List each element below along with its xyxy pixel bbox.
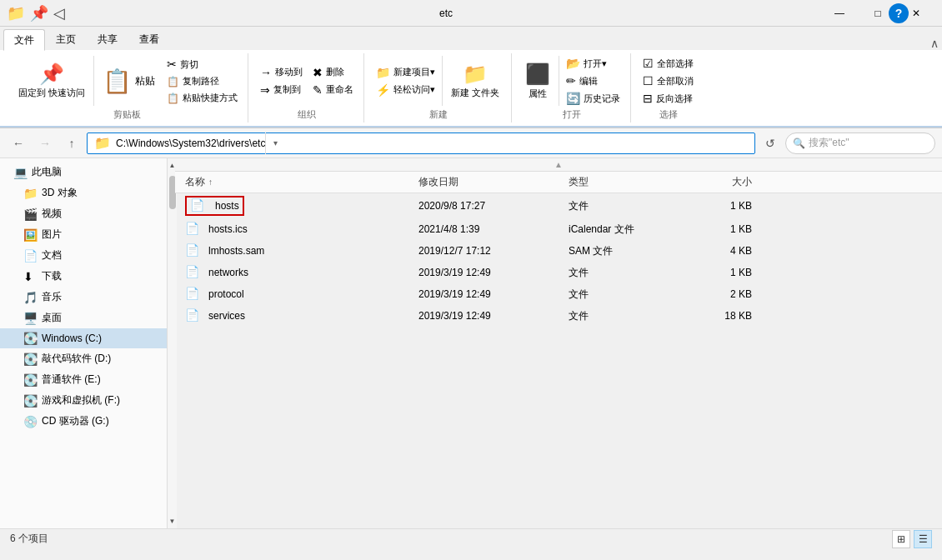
sidebar-item-2[interactable]: 🎬视频 bbox=[0, 203, 167, 224]
pin-to-quick-access-button[interactable]: 📌 固定到 快速访问 bbox=[13, 59, 90, 102]
main-content: 💻此电脑📁3D 对象🎬视频🖼️图片📄文档⬇下载🎵音乐🖥️桌面💽Windows (… bbox=[0, 158, 942, 528]
file-size-3: 1 KB bbox=[685, 267, 752, 278]
sidebar-item-11[interactable]: 💽游戏和虚拟机 (F:) bbox=[0, 390, 167, 411]
file-name-2: 📄 lmhosts.sam bbox=[185, 243, 418, 258]
file-list-scroll-up[interactable]: ▲ bbox=[175, 158, 942, 172]
copy-path-button[interactable]: 📋 复制路径 bbox=[163, 73, 241, 89]
window-title: etc bbox=[72, 8, 820, 19]
file-list-header: 名称 ↑ 修改日期 类型 大小 bbox=[175, 172, 942, 193]
tab-home[interactable]: 主页 bbox=[45, 28, 87, 50]
minimize-button[interactable]: — bbox=[820, 0, 859, 27]
file-date-4: 2019/3/19 12:49 bbox=[418, 288, 569, 300]
ribbon: 文件 主页 共享 查看 ∧ 📌 固定到 快速访问 📋 粘贴 bbox=[0, 27, 942, 128]
paste-shortcut-button[interactable]: 📋 粘贴快捷方式 bbox=[163, 90, 241, 106]
sidebar-item-label-3: 图片 bbox=[42, 228, 62, 242]
file-name-0: 📄 hosts bbox=[185, 196, 418, 216]
status-view-controls: ⊞ ☰ bbox=[892, 530, 932, 548]
file-type-4: 文件 bbox=[569, 288, 685, 302]
organize-group-content: → 移动到 ⇒ 复制到 ✖ 删除 ✎ 重命名 bbox=[257, 55, 357, 107]
new-group: 📁 新建项目▾ ⚡ 轻松访问▾ 📁 新建 文件夹 新建 bbox=[366, 53, 512, 122]
sidebar-item-label-12: CD 驱动器 (G:) bbox=[42, 414, 109, 428]
select-none-button[interactable]: ☐ 全部取消 bbox=[639, 72, 697, 89]
sidebar-icon-9: 💽 bbox=[23, 352, 37, 366]
invert-selection-button[interactable]: ⊟ 反向选择 bbox=[639, 90, 697, 107]
cut-button[interactable]: ✂ 剪切 bbox=[163, 56, 241, 72]
address-bar[interactable]: 📁 C:\Windows\System32\drivers\etc ▾ bbox=[87, 132, 755, 154]
tab-view[interactable]: 查看 bbox=[128, 28, 170, 50]
search-box[interactable]: 🔍 搜索"etc" bbox=[785, 132, 935, 154]
forward-button[interactable]: → bbox=[33, 132, 57, 155]
sidebar-item-3[interactable]: 🖼️图片 bbox=[0, 224, 167, 245]
sidebar-item-6[interactable]: 🎵音乐 bbox=[0, 287, 167, 308]
paste-button[interactable]: 📋 粘贴 bbox=[98, 64, 160, 98]
search-placeholder: 搜索"etc" bbox=[809, 136, 849, 150]
edit-button[interactable]: ✏ 编辑 bbox=[563, 72, 624, 89]
file-type-0: 文件 bbox=[569, 199, 685, 213]
sidebar-item-8[interactable]: 💽Windows (C:) bbox=[0, 328, 167, 348]
list-view-button[interactable]: ☰ bbox=[914, 530, 932, 548]
refresh-button[interactable]: ↺ bbox=[759, 132, 782, 155]
grid-view-button[interactable]: ⊞ bbox=[892, 530, 910, 548]
new-item-button[interactable]: 📁 新建项目▾ bbox=[373, 64, 438, 81]
select-all-button[interactable]: ☑ 全部选择 bbox=[639, 55, 697, 72]
cut-copy-col: ✂ 剪切 📋 复制路径 📋 粘贴快捷方式 bbox=[163, 56, 241, 106]
sidebar-item-0[interactable]: 💻此电脑 bbox=[0, 162, 167, 182]
column-type[interactable]: 类型 bbox=[569, 175, 685, 189]
sidebar-item-10[interactable]: 💽普通软件 (E:) bbox=[0, 369, 167, 390]
open-label: 打开 bbox=[563, 108, 581, 121]
open-button[interactable]: 📂 打开▾ bbox=[563, 55, 624, 72]
file-row-4[interactable]: 📄 protocol 2019/3/19 12:49 文件 2 KB bbox=[175, 283, 942, 305]
file-row-3[interactable]: 📄 networks 2019/3/19 12:49 文件 1 KB bbox=[175, 262, 942, 283]
column-size[interactable]: 大小 bbox=[685, 175, 752, 189]
file-icon-1: 📄 bbox=[185, 222, 200, 237]
file-icon-5: 📄 bbox=[185, 308, 200, 323]
delete-button[interactable]: ✖ 删除 bbox=[309, 64, 357, 81]
back-button[interactable]: ← bbox=[7, 132, 30, 155]
sidebar-icon-4: 📄 bbox=[23, 249, 37, 262]
properties-button[interactable]: ⬛ 属性 bbox=[520, 59, 555, 103]
file-row-5[interactable]: 📄 services 2019/3/19 12:49 文件 18 KB bbox=[175, 305, 942, 327]
new-folder-button[interactable]: 📁 新建 文件夹 bbox=[446, 59, 504, 102]
title-bar-icons: 📁 📌 ◁ bbox=[7, 4, 65, 22]
clipboard-label: 剪贴板 bbox=[113, 108, 141, 121]
address-dropdown-button[interactable]: ▾ bbox=[265, 132, 285, 154]
sidebar-item-9[interactable]: 💽敲代码软件 (D:) bbox=[0, 348, 167, 369]
rename-button[interactable]: ✎ 重命名 bbox=[309, 82, 357, 98]
sidebar-item-4[interactable]: 📄文档 bbox=[0, 245, 167, 266]
file-row-1[interactable]: 📄 hosts.ics 2021/4/8 1:39 iCalendar 文件 1… bbox=[175, 218, 942, 240]
file-list-body: 📄 hosts 2020/9/8 17:27 文件 1 KB 📄 hosts.i… bbox=[175, 193, 942, 528]
ribbon-toggle[interactable]: ∧ bbox=[930, 37, 939, 50]
easy-access-button[interactable]: ⚡ 轻松访问▾ bbox=[373, 82, 438, 98]
sidebar-item-7[interactable]: 🖥️桌面 bbox=[0, 308, 167, 328]
file-date-5: 2019/3/19 12:49 bbox=[418, 310, 569, 322]
sidebar-item-1[interactable]: 📁3D 对象 bbox=[0, 182, 167, 203]
sidebar-item-label-10: 普通软件 (E:) bbox=[42, 372, 101, 387]
file-name-1: 📄 hosts.ics bbox=[185, 222, 418, 237]
file-row-0[interactable]: 📄 hosts 2020/9/8 17:27 文件 1 KB bbox=[175, 193, 942, 218]
sidebar-item-12[interactable]: 💿CD 驱动器 (G:) bbox=[0, 411, 167, 432]
up-button[interactable]: ↑ bbox=[60, 132, 83, 155]
file-type-1: iCalendar 文件 bbox=[569, 222, 685, 237]
tab-share[interactable]: 共享 bbox=[87, 28, 128, 50]
sidebar-item-label-1: 3D 对象 bbox=[42, 186, 78, 200]
ribbon-tabs: 文件 主页 共享 查看 ∧ bbox=[0, 27, 942, 50]
sidebar-item-5[interactable]: ⬇下载 bbox=[0, 266, 167, 287]
file-icon-2: 📄 bbox=[185, 243, 200, 258]
file-size-2: 4 KB bbox=[685, 245, 752, 257]
help-button[interactable]: ? bbox=[889, 3, 909, 23]
new-col: 📁 新建项目▾ ⚡ 轻松访问▾ bbox=[373, 64, 438, 98]
title-bar: 📁 📌 ◁ etc — □ ✕ ? bbox=[0, 0, 942, 27]
sidebar-icon-1: 📁 bbox=[23, 187, 37, 200]
history-button[interactable]: 🔄 历史记录 bbox=[563, 90, 624, 107]
file-row-2[interactable]: 📄 lmhosts.sam 2019/12/7 17:12 SAM 文件 4 K… bbox=[175, 240, 942, 262]
sidebar-icon-2: 🎬 bbox=[23, 208, 37, 221]
copy-to-button[interactable]: ⇒ 复制到 bbox=[257, 82, 306, 98]
move-to-button[interactable]: → 移动到 bbox=[257, 64, 306, 81]
column-name[interactable]: 名称 ↑ bbox=[185, 175, 418, 189]
select-group: ☑ 全部选择 ☐ 全部取消 ⊟ 反向选择 选择 bbox=[633, 53, 704, 122]
column-date[interactable]: 修改日期 bbox=[418, 175, 569, 189]
file-type-3: 文件 bbox=[569, 266, 685, 280]
file-list-area: ▲ 名称 ↑ 修改日期 类型 大小 📄 hosts 2020/9/8 17:27… bbox=[175, 158, 942, 528]
tab-file[interactable]: 文件 bbox=[3, 29, 45, 51]
sidebar: 💻此电脑📁3D 对象🎬视频🖼️图片📄文档⬇下载🎵音乐🖥️桌面💽Windows (… bbox=[0, 158, 167, 528]
